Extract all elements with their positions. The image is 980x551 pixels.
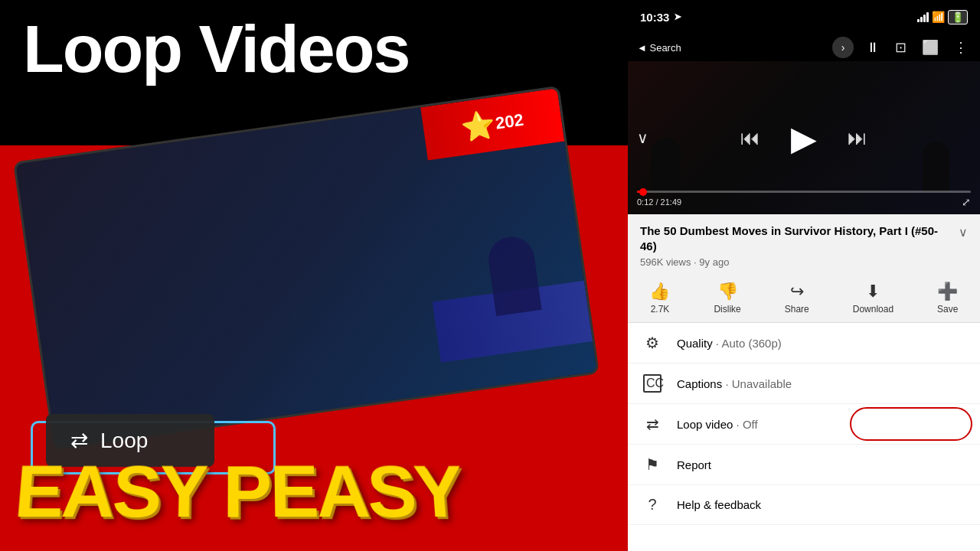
dislike-icon: 👎 — [717, 282, 738, 302]
figure-silhouette — [485, 234, 541, 316]
status-right: 📶 🔋 — [917, 10, 968, 24]
like-button[interactable]: 👍 2.7K — [649, 282, 670, 315]
status-left: 10:33 ➤ — [640, 11, 681, 24]
like-icon: 👍 — [649, 282, 670, 302]
easy-peasy-text: EASY PEASY — [12, 455, 464, 529]
help-feedback-menu-item[interactable]: ? Help & feedback — [628, 485, 980, 525]
loop-icon: ⇄ — [70, 428, 88, 453]
silhouette-1 — [651, 138, 681, 191]
nav-bar: ◄ Search › ⏸ ⊡ ⬜ ⋮ — [628, 34, 980, 61]
video-meta: 596K views · 9y ago — [640, 256, 959, 268]
nav-back[interactable]: ◄ Search — [637, 42, 681, 54]
captions-label: Captions · Unavailable — [677, 377, 965, 390]
expand-icon[interactable]: ∨ — [959, 225, 968, 240]
save-icon: ➕ — [937, 282, 958, 302]
loop-video-label: Loop video · Off — [677, 418, 965, 431]
skip-back-icon[interactable]: ⏮ — [740, 126, 760, 150]
progress-dot — [639, 188, 647, 196]
video-title-block: The 50 Dumbest Moves in Survivor History… — [640, 223, 959, 268]
star-icon: ⭐ — [459, 108, 498, 145]
loop-video-menu-item[interactable]: ⇄ Loop video · Off — [628, 404, 980, 445]
video-background: ⏮ ▶ ⏭ 0:12 / 21:49 ⤢ ∨ — [628, 61, 980, 214]
video-content: ⏮ ▶ ⏭ 0:12 / 21:49 ⤢ ∨ — [628, 61, 980, 214]
dislike-label: Dislike — [714, 304, 740, 315]
battery-icon: 🔋 — [948, 10, 968, 24]
video-title: The 50 Dumbest Moves in Survivor History… — [640, 223, 952, 253]
silhouette-2 — [923, 142, 949, 191]
year-text: 202 — [495, 110, 525, 134]
signal-bar-3 — [923, 15, 926, 22]
status-time: 10:33 — [640, 11, 669, 24]
captions-menu-item[interactable]: CC Captions · Unavailable — [628, 364, 980, 404]
download-button[interactable]: ⬇ Download — [853, 282, 893, 315]
progress-container[interactable]: 0:12 / 21:49 ⤢ — [628, 191, 980, 214]
report-icon: ⚑ — [643, 455, 662, 474]
play-button[interactable]: ▶ — [791, 119, 817, 158]
share-icon: ↪ — [790, 282, 804, 302]
wifi-icon: 📶 — [932, 11, 945, 23]
signal-bar-2 — [920, 17, 923, 22]
quality-label: Quality · Auto (360p) — [677, 337, 965, 350]
main-title: Loop Videos — [23, 15, 409, 83]
quality-menu-item[interactable]: ⚙ Quality · Auto (360p) — [628, 323, 980, 364]
pause-icon[interactable]: ⏸ — [863, 37, 883, 59]
loop-video-icon: ⇄ — [643, 415, 662, 433]
signal-bar-1 — [917, 19, 920, 22]
nav-forward-button[interactable]: › — [832, 37, 854, 58]
status-bar: 10:33 ➤ 📶 🔋 — [628, 0, 980, 34]
dislike-button[interactable]: 👎 Dislike — [714, 282, 740, 315]
download-icon: ⬇ — [866, 282, 880, 302]
video-player[interactable]: ⏮ ▶ ⏭ 0:12 / 21:49 ⤢ ∨ — [628, 61, 980, 214]
save-button[interactable]: ➕ Save — [937, 282, 958, 315]
like-count: 2.7K — [651, 304, 670, 315]
more-options-icon[interactable]: ⋮ — [951, 36, 971, 59]
report-menu-item[interactable]: ⚑ Report — [628, 445, 980, 485]
help-icon: ? — [643, 496, 662, 514]
download-label: Download — [853, 304, 893, 315]
right-panel: 10:33 ➤ 📶 🔋 ◄ Search › ⏸ ⊡ ⬜ ⋮ — [628, 0, 980, 551]
time-current: 0:12 / 21:49 — [637, 197, 681, 207]
chevron-down-icon[interactable]: ∨ — [634, 126, 652, 150]
quality-icon: ⚙ — [643, 334, 662, 352]
left-panel: Loop Videos ⭐ 202 ⇄ Loop EASY PEASY — [0, 0, 628, 551]
progress-bar[interactable] — [637, 191, 971, 193]
cc-icon[interactable]: ⬜ — [919, 36, 942, 59]
loop-button-label: Loop — [100, 429, 148, 453]
action-buttons: 👍 2.7K 👎 Dislike ↪ Share ⬇ Download ➕ Sa… — [628, 276, 980, 323]
report-label: Report — [677, 458, 965, 471]
settings-menu: ⚙ Quality · Auto (360p) CC Captions · Un… — [628, 323, 980, 551]
fullscreen-icon[interactable]: ⤢ — [962, 196, 971, 208]
player-center-controls: ⏮ ▶ ⏭ — [740, 119, 867, 158]
video-title-row: The 50 Dumbest Moves in Survivor History… — [640, 223, 968, 268]
airplay-icon[interactable]: ⊡ — [892, 36, 910, 59]
skip-forward-icon[interactable]: ⏭ — [848, 126, 867, 150]
share-label: Share — [785, 304, 809, 315]
share-button[interactable]: ↪ Share — [785, 282, 809, 315]
time-row: 0:12 / 21:49 ⤢ — [637, 196, 971, 208]
location-arrow-icon: ➤ — [674, 11, 681, 22]
signal-bar-4 — [926, 12, 929, 22]
captions-icon: CC — [643, 374, 662, 393]
help-label: Help & feedback — [677, 498, 965, 511]
video-info: The 50 Dumbest Moves in Survivor History… — [628, 214, 980, 276]
save-label: Save — [937, 304, 958, 315]
signal-bars — [917, 11, 929, 22]
